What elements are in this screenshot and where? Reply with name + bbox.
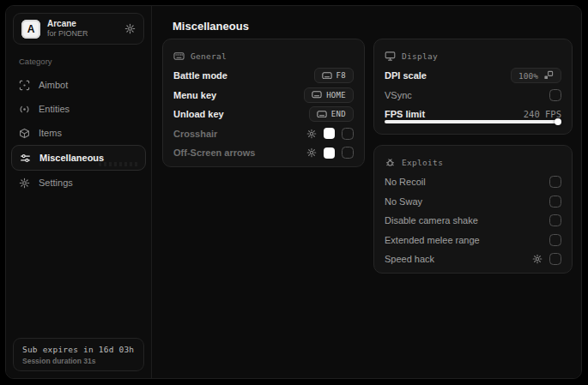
keybind-button[interactable]: F8 <box>314 68 354 83</box>
general-card-header: General <box>173 49 354 63</box>
sub-expiry-text: Sub expires in 16d 03h <box>22 345 135 354</box>
setting-row-battle-mode: Battle mode F8 <box>173 66 354 86</box>
display-card-title: Display <box>402 51 438 61</box>
brand-card: A Arcane for PIONER <box>13 13 144 45</box>
setting-row-vsync: VSync <box>385 86 561 105</box>
sidebar-item-aimbot[interactable]: Aimbot <box>6 73 151 97</box>
slider-fill <box>385 120 560 123</box>
setting-row-unload-key: Unload key END <box>173 105 354 124</box>
gear-icon <box>19 177 30 189</box>
gear-icon[interactable] <box>124 23 136 34</box>
setting-row-speed-hack: Speed hack <box>385 250 561 269</box>
sidebar-item-label: Items <box>39 128 62 138</box>
keybind-value: HOME <box>326 91 346 99</box>
subscription-info: Sub expires in 16d 03h Session duration … <box>13 338 144 371</box>
brand-logo: A <box>21 20 40 39</box>
keyboard-icon <box>173 51 185 62</box>
setting-label: DPI scale <box>385 70 427 81</box>
sidebar: A Arcane for PIONER Category <box>6 6 152 378</box>
gear-icon[interactable] <box>306 129 317 139</box>
setting-row-no-recoil: No Recoil <box>385 172 561 192</box>
offscreen-arrows-checkbox[interactable] <box>342 147 354 159</box>
no-recoil-checkbox[interactable] <box>549 176 561 188</box>
keybind-button[interactable]: END <box>309 106 354 122</box>
setting-label: Extended melee range <box>385 235 480 245</box>
sidebar-item-settings[interactable]: Settings <box>6 171 151 195</box>
sidebar-nav: Aimbot Entities Items <box>6 73 151 195</box>
melee-range-checkbox[interactable] <box>549 234 561 246</box>
setting-label: Disable camera shake <box>385 215 478 226</box>
setting-label: Crosshair <box>173 129 217 139</box>
sidebar-item-label: Settings <box>39 177 73 188</box>
setting-row-menu-key: Menu key HOME <box>173 86 354 105</box>
vsync-checkbox[interactable] <box>549 89 561 101</box>
main-content: Miscellaneous General Battle mode <box>152 6 581 378</box>
gear-icon[interactable] <box>306 147 317 158</box>
bug-icon <box>385 157 396 168</box>
setting-label: VSync <box>385 90 412 100</box>
sidebar-item-label: Entities <box>39 104 70 114</box>
general-card-title: General <box>191 51 227 61</box>
exploits-card: Exploits No Recoil No Sway Disable camer… <box>373 145 573 274</box>
session-duration-text: Session duration 31s <box>22 357 135 365</box>
setting-row-dpi-scale: DPI scale 100% <box>385 66 561 86</box>
page-title: Miscellaneous <box>173 20 249 33</box>
scale-icon <box>543 70 554 81</box>
setting-label: Menu key <box>173 90 216 100</box>
setting-row-crosshair: Crosshair <box>173 124 354 144</box>
camera-shake-checkbox[interactable] <box>549 214 561 226</box>
exploits-card-title: Exploits <box>402 158 443 167</box>
entities-radar-icon <box>19 104 30 115</box>
keyboard-icon <box>312 91 322 99</box>
setting-label: Speed hack <box>385 254 434 264</box>
brand-subtitle: for PIONER <box>47 29 118 39</box>
general-card: General Battle mode F8 Menu key HOME <box>162 39 365 167</box>
setting-label: Off-Screen arrows <box>173 147 255 158</box>
exploits-card-header: Exploits <box>385 155 561 169</box>
items-cube-icon <box>19 128 30 139</box>
setting-row-camera-shake: Disable camera shake <box>385 211 561 231</box>
dpi-scale-value: 100% <box>518 71 538 81</box>
brand-logo-letter: A <box>27 23 35 35</box>
display-card: Display DPI scale 100% VSync <box>373 39 573 135</box>
sidebar-item-entities[interactable]: Entities <box>6 97 151 121</box>
crosshair-checkbox[interactable] <box>342 128 354 140</box>
app-window: A Arcane for PIONER Category <box>5 5 582 379</box>
keybind-button[interactable]: HOME <box>304 87 354 103</box>
setting-label: No Sway <box>385 196 422 207</box>
keybind-value: F8 <box>336 71 346 80</box>
sidebar-item-label: Miscellaneous <box>39 153 104 163</box>
color-swatch[interactable] <box>324 147 335 159</box>
speed-hack-checkbox[interactable] <box>549 253 561 265</box>
brand-name: Arcane <box>47 19 118 30</box>
fps-limit-slider[interactable] <box>385 118 561 125</box>
setting-label: No Recoil <box>385 177 426 187</box>
category-label: Category <box>19 57 151 66</box>
dpi-scale-select[interactable]: 100% <box>511 68 561 83</box>
setting-label: Unload key <box>173 109 224 119</box>
gear-icon[interactable] <box>532 254 543 264</box>
display-card-header: Display <box>385 49 561 63</box>
setting-label: Battle mode <box>173 70 227 81</box>
sliders-icon <box>20 153 31 164</box>
brand-text: Arcane for PIONER <box>47 19 118 39</box>
keyboard-icon <box>317 111 327 118</box>
sidebar-item-miscellaneous[interactable]: Miscellaneous <box>11 145 146 171</box>
setting-row-no-sway: No Sway <box>385 192 561 212</box>
setting-row-melee-range: Extended melee range <box>385 231 561 250</box>
no-sway-checkbox[interactable] <box>549 196 561 208</box>
keybind-value: END <box>331 110 346 118</box>
aimbot-scan-icon <box>19 80 30 91</box>
monitor-icon <box>385 51 396 62</box>
watermark-dots <box>99 162 138 166</box>
color-swatch[interactable] <box>324 128 335 139</box>
sidebar-item-items[interactable]: Items <box>6 121 151 145</box>
sidebar-item-label: Aimbot <box>39 80 68 90</box>
keyboard-icon <box>322 72 332 80</box>
slider-knob[interactable] <box>555 118 561 125</box>
setting-row-offscreen-arrows: Off-Screen arrows <box>173 143 354 163</box>
